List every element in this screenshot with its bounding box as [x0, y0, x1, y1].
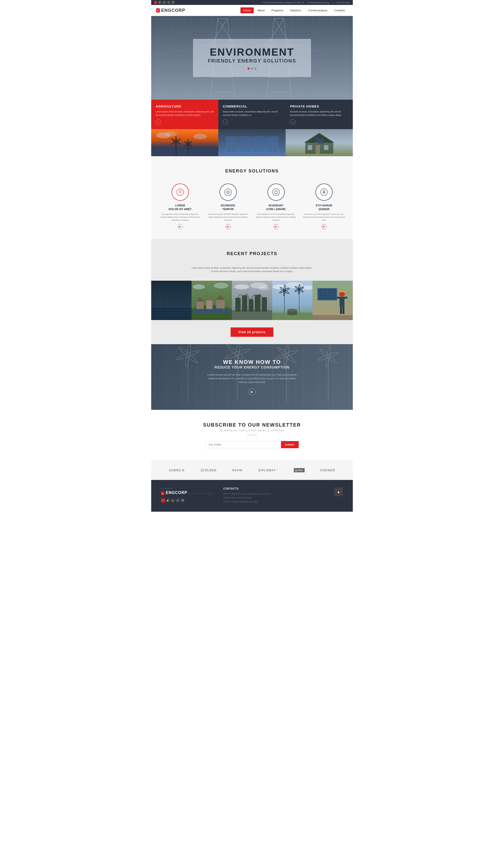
view-all-projects-button[interactable]: View all projects	[230, 327, 274, 337]
hero-title-main: ENVIRONMENT	[208, 46, 296, 58]
hero-content: ENVIRONMENT FRIENDLY ENERGY SOLUTIONS	[193, 39, 311, 77]
service-card-commercial: COMMERCIAL Massa dolor sit amet, consect…	[218, 100, 285, 156]
svg-rect-129	[236, 298, 240, 312]
view-all-wrapper: View all projects	[151, 320, 353, 344]
project-item-1[interactable]	[151, 281, 192, 320]
energy-solutions-section: ENERGY SOLUTIONS LOREMDOLOR SIT AMET Diu…	[151, 156, 353, 239]
svg-point-86	[180, 190, 181, 191]
social-icon-in[interactable]: in	[167, 1, 170, 4]
social-icon-yt[interactable]: ▶	[158, 1, 162, 4]
svg-rect-84	[179, 191, 181, 192]
energy-item-2-title: EIUSMODETEMPOR	[207, 204, 250, 211]
newsletter-form: SUBMIT	[205, 441, 299, 448]
project-item-5[interactable]	[312, 281, 353, 320]
social-icon-gp[interactable]: g	[163, 1, 166, 4]
logo[interactable]: e ENGCORP	[156, 8, 185, 13]
energy-icon-2	[220, 183, 237, 201]
svg-rect-128	[232, 310, 272, 320]
service-card-commercial-text: Massa dolor sit amet, consectetur adipis…	[223, 110, 281, 117]
svg-rect-123	[212, 308, 222, 313]
recent-projects-title: RECENT PROJECTS	[158, 251, 346, 256]
svg-rect-171	[312, 315, 353, 320]
energy-item-2-text: Eiusmode dolore sit AME Mandibul digniss…	[207, 213, 250, 222]
svg-point-125	[193, 284, 205, 289]
svg-point-134	[234, 284, 249, 289]
scroll-to-top-button[interactable]: ▲	[334, 487, 343, 496]
footer-social-yt[interactable]: ▶	[166, 498, 170, 502]
hero-dot-2[interactable]	[251, 68, 253, 70]
hero-section: ENVIRONMENT FRIENDLY ENERGY SOLUTIONS	[151, 16, 353, 100]
hero-title-sub: FRIENDLY ENERGY SOLUTIONS	[208, 58, 296, 64]
nav-home[interactable]: Home	[240, 8, 253, 13]
svg-rect-169	[340, 306, 342, 314]
newsletter-email-input[interactable]	[205, 441, 281, 448]
svg-rect-119	[216, 300, 225, 309]
projects-grid	[151, 281, 353, 320]
footer-logo-text: ENGCORP	[166, 491, 187, 495]
energy-item-3-title: NCIDIDUNTUTRE LABORE	[254, 204, 297, 211]
svg-point-136	[259, 286, 269, 290]
cta-subtitle: REDUCE YOUR ENERGY CONSUMPTION	[158, 365, 346, 369]
service-card-private-homes-title: PRIVATE HOMES	[290, 105, 348, 108]
service-card-agriculture-arrow[interactable]: →	[156, 119, 161, 125]
energy-item-2-arrow[interactable]: ▶	[226, 224, 230, 229]
energy-item-2: EIUSMODETEMPOR Eiusmode dolore sit AME M…	[207, 183, 250, 229]
footer-social-fb[interactable]: f	[161, 498, 165, 502]
cta-description: LOREM IPSUM DOLOR SIT AME CONSECTETUR AD…	[205, 373, 299, 384]
social-icon-rss[interactable]: ⌘	[172, 1, 175, 4]
project-item-3[interactable]	[232, 281, 272, 320]
footer-logo-icon: e	[161, 492, 164, 495]
nav-programs[interactable]: Programs	[268, 8, 286, 13]
svg-rect-166	[339, 297, 345, 306]
svg-point-165	[339, 292, 345, 297]
hero-carousel-dots	[208, 68, 296, 70]
svg-point-150	[298, 289, 300, 290]
newsletter-subtitle: TO RECEIVE THE LATEST NEWS & UPDATES	[158, 429, 346, 432]
svg-point-36	[184, 141, 193, 147]
energy-icon-4	[316, 183, 333, 201]
footer-social-in[interactable]: in	[176, 498, 180, 502]
top-bar: f ▶ g in ⌘ 📍 9870 St Vincent Place, Glas…	[151, 0, 353, 5]
svg-point-89	[272, 189, 280, 195]
svg-rect-131	[249, 299, 253, 312]
energy-item-1-arrow[interactable]: ▶	[178, 224, 183, 229]
main-nav: Home About Programs Solutions Current pr…	[240, 8, 348, 13]
nav-solutions[interactable]: Solutions	[287, 8, 304, 13]
service-card-commercial-arrow[interactable]: →	[223, 119, 228, 125]
nav-about[interactable]: About	[255, 8, 268, 13]
energy-item-4-arrow[interactable]: ▶	[322, 224, 326, 229]
project-item-4[interactable]	[272, 281, 312, 320]
footer-privacy-link[interactable]: PRIVACY POLICY	[197, 492, 213, 495]
social-icon-fb[interactable]: f	[154, 1, 157, 4]
svg-point-37	[187, 139, 189, 149]
svg-rect-31	[176, 141, 177, 156]
newsletter-section: SUBSCRIBE TO OUR NEWSLETTER TO RECEIVE T…	[151, 410, 353, 461]
project-item-2[interactable]	[192, 281, 232, 320]
footer-contact-email: E-MAIL: CONTACT@DEMOLINK.ORG	[223, 500, 281, 503]
service-card-commercial-image	[218, 129, 285, 156]
service-card-agriculture-text: Lorem ipsum dolor sit amet, consectetur …	[156, 110, 214, 117]
nav-contacts[interactable]: Contacts	[332, 8, 348, 13]
hero-dot-1[interactable]	[248, 68, 250, 70]
partner-logo-rapid: RAPID	[232, 469, 243, 472]
cta-section: WE KNOW HOW TO REDUCE YOUR ENERGY CONSUM…	[151, 344, 353, 410]
service-card-commercial-top: COMMERCIAL Massa dolor sit amet, consect…	[218, 100, 285, 129]
service-card-private-homes-arrow[interactable]: →	[290, 119, 295, 125]
svg-point-41	[194, 134, 207, 139]
svg-rect-168	[345, 297, 347, 299]
energy-icon-1	[172, 183, 189, 201]
energy-item-4: ETO HARUMQUIDEM Asomnus et scintila dign…	[303, 183, 346, 229]
svg-point-33	[175, 135, 177, 148]
footer-contact-telephone: TELEPHONE: +1 800 603 6035	[223, 496, 281, 500]
svg-rect-170	[342, 306, 345, 314]
hero-dot-3[interactable]	[254, 68, 256, 70]
footer-social-rss[interactable]: ⌘	[181, 498, 185, 502]
svg-point-92	[324, 192, 324, 193]
energy-item-3-arrow[interactable]: ▶	[274, 224, 279, 229]
footer-social-gp[interactable]: g	[171, 498, 175, 502]
newsletter-submit-button[interactable]: SUBMIT	[281, 441, 299, 448]
energy-item-4-title: ETO HARUMQUIDEM	[303, 204, 346, 211]
service-card-agriculture-image	[151, 129, 218, 156]
nav-current-projects[interactable]: Current projects	[305, 8, 330, 13]
service-card-private-homes-top: PRIVATE HOMES Ed dolor sit amet, consect…	[286, 100, 353, 129]
